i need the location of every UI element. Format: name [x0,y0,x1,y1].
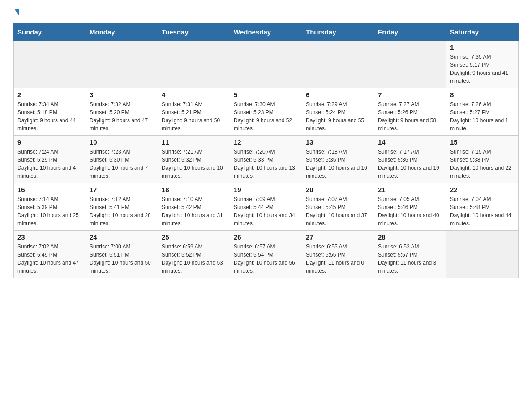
day-number: 16 [17,186,82,193]
day-number: 23 [17,233,82,241]
page-header [13,9,519,15]
calendar-cell: 13Sunrise: 7:18 AMSunset: 5:35 PMDayligh… [302,136,374,183]
calendar-cell [374,41,446,88]
logo-triangle-icon [14,9,19,15]
weekday-header-wednesday: Wednesday [230,24,302,41]
calendar-cell [446,231,519,278]
day-info: Sunrise: 7:32 AMSunset: 5:20 PMDaylight:… [90,100,154,133]
calendar-cell [158,41,230,88]
calendar-cell: 12Sunrise: 7:20 AMSunset: 5:33 PMDayligh… [230,136,302,183]
day-info: Sunrise: 7:26 AMSunset: 5:27 PMDaylight:… [450,100,515,133]
day-info: Sunrise: 6:55 AMSunset: 5:55 PMDaylight:… [306,243,370,275]
day-info: Sunrise: 7:24 AMSunset: 5:29 PMDaylight:… [17,148,82,180]
calendar-week-row: 2Sunrise: 7:34 AMSunset: 5:18 PMDaylight… [14,88,519,136]
day-info: Sunrise: 7:12 AMSunset: 5:41 PMDaylight:… [90,195,154,227]
calendar-week-row: 9Sunrise: 7:24 AMSunset: 5:29 PMDaylight… [14,136,519,183]
weekday-header-tuesday: Tuesday [158,24,230,41]
calendar-cell [230,41,302,88]
calendar-cell [86,41,158,88]
calendar-cell: 23Sunrise: 7:02 AMSunset: 5:49 PMDayligh… [14,231,86,278]
day-number: 21 [378,186,442,193]
day-info: Sunrise: 7:18 AMSunset: 5:35 PMDaylight:… [306,148,370,180]
calendar-cell: 19Sunrise: 7:09 AMSunset: 5:44 PMDayligh… [230,183,302,231]
day-info: Sunrise: 7:07 AMSunset: 5:45 PMDaylight:… [306,195,370,227]
calendar-header: SundayMondayTuesdayWednesdayThursdayFrid… [14,24,519,41]
day-number: 17 [90,186,154,193]
day-number: 22 [450,186,515,193]
calendar-week-row: 1Sunrise: 7:35 AMSunset: 5:17 PMDaylight… [14,41,519,88]
calendar-cell: 17Sunrise: 7:12 AMSunset: 5:41 PMDayligh… [86,183,158,231]
day-number: 10 [90,138,154,146]
day-number: 25 [162,233,226,241]
calendar-cell: 26Sunrise: 6:57 AMSunset: 5:54 PMDayligh… [230,231,302,278]
calendar-cell: 28Sunrise: 6:53 AMSunset: 5:57 PMDayligh… [374,231,446,278]
calendar-cell: 10Sunrise: 7:23 AMSunset: 5:30 PMDayligh… [86,136,158,183]
day-info: Sunrise: 7:00 AMSunset: 5:51 PMDaylight:… [90,243,154,275]
calendar-cell: 5Sunrise: 7:30 AMSunset: 5:23 PMDaylight… [230,88,302,136]
calendar-cell: 20Sunrise: 7:07 AMSunset: 5:45 PMDayligh… [302,183,374,231]
day-info: Sunrise: 7:34 AMSunset: 5:18 PMDaylight:… [17,100,82,133]
calendar-cell: 9Sunrise: 7:24 AMSunset: 5:29 PMDaylight… [14,136,86,183]
calendar-cell: 8Sunrise: 7:26 AMSunset: 5:27 PMDaylight… [446,88,519,136]
calendar-table: SundayMondayTuesdayWednesdayThursdayFrid… [13,23,519,278]
day-info: Sunrise: 7:09 AMSunset: 5:44 PMDaylight:… [234,195,298,227]
calendar-cell: 27Sunrise: 6:55 AMSunset: 5:55 PMDayligh… [302,231,374,278]
calendar-cell: 11Sunrise: 7:21 AMSunset: 5:32 PMDayligh… [158,136,230,183]
day-info: Sunrise: 7:15 AMSunset: 5:38 PMDaylight:… [450,148,515,180]
weekday-header-row: SundayMondayTuesdayWednesdayThursdayFrid… [14,24,519,41]
day-number: 8 [450,91,515,98]
calendar-cell: 4Sunrise: 7:31 AMSunset: 5:21 PMDaylight… [158,88,230,136]
calendar-cell [14,41,86,88]
day-info: Sunrise: 6:57 AMSunset: 5:54 PMDaylight:… [234,243,298,275]
day-number: 2 [17,91,82,98]
day-number: 19 [234,186,298,193]
calendar-week-row: 23Sunrise: 7:02 AMSunset: 5:49 PMDayligh… [14,231,519,278]
calendar-cell: 18Sunrise: 7:10 AMSunset: 5:42 PMDayligh… [158,183,230,231]
calendar-cell: 3Sunrise: 7:32 AMSunset: 5:20 PMDaylight… [86,88,158,136]
day-info: Sunrise: 7:21 AMSunset: 5:32 PMDaylight:… [162,148,226,180]
calendar-cell: 1Sunrise: 7:35 AMSunset: 5:17 PMDaylight… [446,41,519,88]
day-info: Sunrise: 7:02 AMSunset: 5:49 PMDaylight:… [17,243,82,275]
calendar-cell: 14Sunrise: 7:17 AMSunset: 5:36 PMDayligh… [374,136,446,183]
day-info: Sunrise: 7:27 AMSunset: 5:26 PMDaylight:… [378,100,442,133]
day-number: 3 [90,91,154,98]
day-number: 11 [162,138,226,146]
day-number: 28 [378,233,442,241]
day-info: Sunrise: 7:20 AMSunset: 5:33 PMDaylight:… [234,148,298,180]
weekday-header-thursday: Thursday [302,24,374,41]
calendar-cell: 7Sunrise: 7:27 AMSunset: 5:26 PMDaylight… [374,88,446,136]
logo [13,9,19,15]
day-number: 13 [306,138,370,146]
day-number: 14 [378,138,442,146]
day-number: 7 [378,91,442,98]
calendar-cell: 6Sunrise: 7:29 AMSunset: 5:24 PMDaylight… [302,88,374,136]
day-info: Sunrise: 7:23 AMSunset: 5:30 PMDaylight:… [90,148,154,180]
weekday-header-friday: Friday [374,24,446,41]
day-number: 24 [90,233,154,241]
day-info: Sunrise: 7:35 AMSunset: 5:17 PMDaylight:… [450,53,515,85]
calendar-cell: 22Sunrise: 7:04 AMSunset: 5:48 PMDayligh… [446,183,519,231]
calendar-cell [302,41,374,88]
day-info: Sunrise: 7:05 AMSunset: 5:46 PMDaylight:… [378,195,442,227]
day-info: Sunrise: 7:29 AMSunset: 5:24 PMDaylight:… [306,100,370,133]
day-info: Sunrise: 6:59 AMSunset: 5:52 PMDaylight:… [162,243,226,275]
day-number: 1 [450,43,515,51]
day-info: Sunrise: 7:30 AMSunset: 5:23 PMDaylight:… [234,100,298,133]
day-info: Sunrise: 7:31 AMSunset: 5:21 PMDaylight:… [162,100,226,133]
day-number: 27 [306,233,370,241]
day-number: 6 [306,91,370,98]
calendar-cell: 21Sunrise: 7:05 AMSunset: 5:46 PMDayligh… [374,183,446,231]
calendar-cell: 15Sunrise: 7:15 AMSunset: 5:38 PMDayligh… [446,136,519,183]
day-info: Sunrise: 7:17 AMSunset: 5:36 PMDaylight:… [378,148,442,180]
day-number: 20 [306,186,370,193]
day-info: Sunrise: 7:04 AMSunset: 5:48 PMDaylight:… [450,195,515,227]
day-number: 4 [162,91,226,98]
day-info: Sunrise: 6:53 AMSunset: 5:57 PMDaylight:… [378,243,442,275]
day-info: Sunrise: 7:10 AMSunset: 5:42 PMDaylight:… [162,195,226,227]
day-number: 12 [234,138,298,146]
day-number: 5 [234,91,298,98]
calendar-week-row: 16Sunrise: 7:14 AMSunset: 5:39 PMDayligh… [14,183,519,231]
day-info: Sunrise: 7:14 AMSunset: 5:39 PMDaylight:… [17,195,82,227]
calendar-cell: 2Sunrise: 7:34 AMSunset: 5:18 PMDaylight… [14,88,86,136]
day-number: 9 [17,138,82,146]
